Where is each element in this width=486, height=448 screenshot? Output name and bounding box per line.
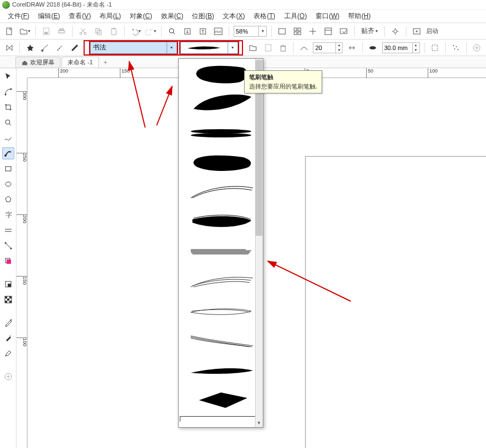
guides-button[interactable]	[307, 25, 319, 37]
undo-button[interactable]: ▾	[129, 25, 141, 37]
zoom-dropdown[interactable]: ▾	[258, 26, 266, 36]
add-preset-icon[interactable]	[471, 42, 483, 54]
spin-up[interactable]: ▲	[335, 43, 342, 48]
menu-bitmap[interactable]: 位图(B)	[187, 10, 218, 23]
save-stroke-button[interactable]	[262, 42, 274, 54]
width-input[interactable]	[383, 45, 412, 51]
preset-icon[interactable]	[24, 42, 36, 54]
transparency-tool[interactable]	[2, 278, 14, 290]
fullscreen-button[interactable]	[276, 25, 288, 37]
stroke-combo[interactable]: ▾	[180, 42, 238, 54]
menu-window[interactable]: 窗口(W)	[311, 10, 344, 23]
cut-button[interactable]	[77, 25, 89, 37]
drop-shadow-tool[interactable]	[2, 255, 14, 267]
launch-text: 启动	[426, 27, 438, 35]
menu-file[interactable]: 文件(F)	[3, 10, 34, 23]
grid-button[interactable]	[291, 25, 303, 37]
brush-option[interactable]	[179, 385, 263, 415]
crop-tool[interactable]	[2, 101, 14, 113]
search-icon[interactable]	[166, 25, 178, 37]
shape-tool[interactable]	[2, 86, 14, 98]
sprayer-icon[interactable]	[54, 42, 65, 54]
nib-shape-icon[interactable]	[367, 42, 379, 54]
menu-effect[interactable]: 效果(C)	[157, 10, 188, 23]
brush-option[interactable]	[179, 267, 263, 296]
delete-button[interactable]	[277, 42, 289, 54]
export-button[interactable]	[197, 25, 209, 37]
copy-button[interactable]	[92, 25, 104, 37]
add-tool-button[interactable]	[2, 370, 14, 383]
smoothing-field[interactable]: ▲▼	[313, 42, 343, 53]
pdf-button[interactable]: PDF	[212, 25, 224, 37]
save-button[interactable]	[40, 25, 52, 37]
tab-document[interactable]: 未命名 -1	[62, 57, 99, 68]
spin-down[interactable]: ▼	[335, 48, 342, 53]
brush-option[interactable]	[179, 207, 263, 237]
menu-layout[interactable]: 布局(L)	[95, 10, 125, 23]
zoom-field[interactable]: ▾	[234, 26, 267, 37]
menu-help[interactable]: 帮助(H)	[344, 10, 375, 23]
new-button[interactable]	[3, 25, 15, 37]
category-dropdown-arrow[interactable]: ▾	[167, 42, 176, 53]
artistic-media-tool[interactable]	[2, 147, 14, 159]
open-button[interactable]: ▾	[19, 25, 31, 37]
brush-icon[interactable]	[39, 42, 51, 54]
scrollbar-down-arrow[interactable]: ▼	[256, 419, 262, 426]
menu-object[interactable]: 对象(C)	[125, 10, 157, 23]
zoom-input[interactable]	[234, 28, 258, 35]
ellipse-tool[interactable]	[2, 178, 14, 190]
tab-add-button[interactable]: +	[100, 58, 111, 68]
spin-up2[interactable]: ▲	[412, 43, 419, 48]
parallel-dim-tool[interactable]	[2, 224, 14, 236]
scatter-icon[interactable]	[450, 42, 462, 54]
launch-button[interactable]	[338, 25, 350, 37]
text-tool[interactable]: 字	[2, 209, 14, 221]
brush-option-selected[interactable]	[180, 416, 262, 422]
pick-tool[interactable]	[2, 70, 14, 82]
interactive-fill-tool[interactable]	[2, 332, 14, 344]
freehand-tool[interactable]	[2, 132, 14, 144]
menu-text[interactable]: 文本(X)	[218, 10, 249, 23]
menu-table[interactable]: 表格(T)	[249, 10, 279, 23]
redo-button[interactable]: ▾	[145, 25, 157, 37]
eyedropper-tool[interactable]	[2, 317, 14, 329]
brush-option[interactable]	[179, 326, 263, 356]
brush-option[interactable]	[179, 178, 263, 207]
polygon-tool[interactable]	[2, 193, 14, 206]
menu-tools[interactable]: 工具(O)	[280, 10, 311, 23]
category-combo[interactable]: ▾	[90, 42, 177, 54]
connector-tool[interactable]	[2, 240, 14, 252]
width-tool-icon[interactable]	[346, 42, 357, 54]
outline-pen-tool[interactable]	[2, 347, 14, 359]
zoom-tool[interactable]	[2, 117, 14, 129]
bbox-icon[interactable]	[429, 42, 441, 54]
dropdown-scrollbar[interactable]: ▼	[255, 59, 263, 427]
browse-button[interactable]	[247, 42, 259, 54]
smoothing-icon[interactable]	[298, 42, 310, 54]
tab-welcome[interactable]: 欢迎屏幕	[15, 57, 60, 68]
options-button[interactable]	[389, 25, 401, 37]
width-field[interactable]: ▲▼	[382, 42, 420, 53]
print-button[interactable]	[56, 25, 68, 37]
brush-option[interactable]	[179, 237, 263, 267]
brush-option[interactable]	[179, 148, 263, 178]
launch-label-button[interactable]	[411, 25, 423, 37]
calligraphic-icon[interactable]	[69, 42, 81, 54]
rectangle-tool[interactable]	[2, 163, 14, 175]
paste-button[interactable]	[108, 25, 120, 37]
menu-view[interactable]: 查看(V)	[64, 10, 95, 23]
smoothing-input[interactable]	[313, 45, 335, 51]
mirror-h-icon[interactable]	[3, 42, 15, 54]
import-button[interactable]	[181, 25, 194, 37]
brush-option[interactable]	[179, 356, 263, 385]
brush-stroke-dropdown[interactable]: ▼	[178, 58, 263, 428]
stroke-dropdown-arrow[interactable]: ▾	[228, 42, 238, 53]
category-input[interactable]	[91, 42, 167, 53]
brush-option[interactable]	[179, 118, 263, 148]
spin-down2[interactable]: ▼	[412, 48, 419, 53]
snap-dropdown[interactable]: 贴齐 ▾	[359, 26, 380, 36]
menu-edit[interactable]: 编辑(E)	[34, 10, 64, 23]
brush-option[interactable]	[179, 296, 263, 326]
pattern-fill-tool[interactable]	[2, 294, 14, 306]
dockers-button[interactable]	[322, 25, 334, 37]
